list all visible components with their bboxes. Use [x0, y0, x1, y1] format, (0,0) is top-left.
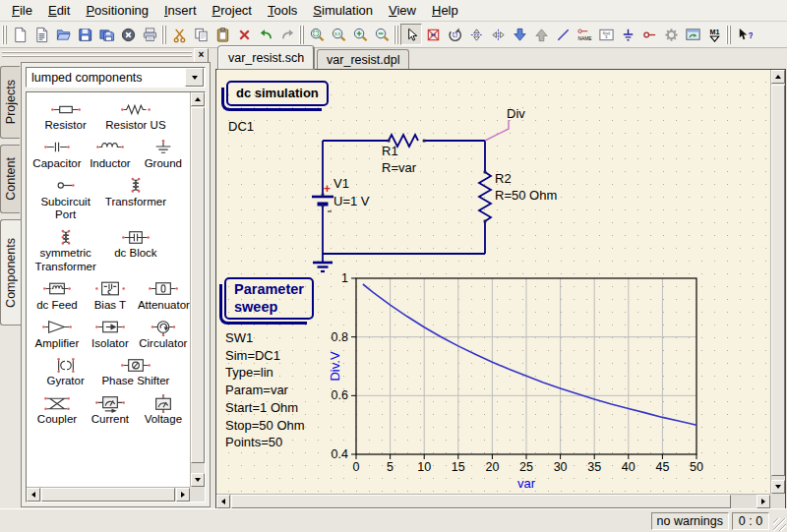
toggle-data-display-button[interactable]	[682, 24, 703, 45]
component-gyrator[interactable]: Gyrator	[30, 352, 100, 390]
mirror-x-button[interactable]	[465, 24, 487, 45]
cut-button[interactable]	[168, 24, 190, 45]
combo-dropdown-button[interactable]	[185, 68, 204, 87]
menu-file[interactable]: File	[4, 1, 40, 20]
sweep-param-line[interactable]: Sim=DC1	[225, 347, 305, 365]
tab-var-resist-dpl[interactable]: var_resist.dpl	[317, 49, 409, 69]
component-circulator[interactable]: Circulator	[137, 315, 190, 353]
toolbar-handle[interactable]	[394, 26, 398, 44]
r2-value-label[interactable]: R=50 Ohm	[495, 188, 557, 203]
insert-equation-button[interactable]: f(ω)Σ	[595, 24, 617, 45]
scroll-down-button[interactable]	[191, 473, 205, 487]
undo-button[interactable]	[255, 24, 276, 45]
scrollbar-thumb[interactable]	[41, 488, 175, 502]
tab-components[interactable]: Components	[0, 219, 21, 325]
component-resistor[interactable]: Resistor	[30, 96, 100, 135]
tab-content[interactable]: Content	[0, 145, 20, 213]
component-dc-feed[interactable]: dc Feed	[30, 276, 84, 315]
insert-port-button[interactable]	[638, 24, 660, 45]
r1-name-label[interactable]: R1	[382, 144, 398, 158]
component-subcircuit-port[interactable]: Subcircuit Port	[30, 173, 100, 225]
scroll-up-button[interactable]	[771, 70, 785, 84]
pop-out-button[interactable]	[530, 24, 552, 45]
dc-simulation-block[interactable]: dc simulation	[226, 81, 329, 106]
component-phase-shifter[interactable]: Phase Shifter	[100, 352, 170, 390]
resize-grip[interactable]	[773, 518, 786, 531]
r1-value-label[interactable]: R=var	[382, 160, 416, 175]
deactivate-button[interactable]	[422, 24, 444, 45]
sweep-param-line[interactable]: Param=var	[225, 382, 305, 399]
zoom-fit-button[interactable]	[306, 24, 328, 45]
component-dc-block[interactable]: dc Block	[100, 224, 170, 276]
parameter-sweep-block[interactable]: Parameter sweep	[224, 277, 314, 320]
scroll-right-button[interactable]	[757, 495, 770, 508]
scrollbar-thumb[interactable]	[231, 495, 731, 508]
rotate-button[interactable]	[444, 24, 465, 45]
scroll-up-button[interactable]	[191, 92, 205, 106]
scrollbar-thumb[interactable]	[771, 85, 785, 476]
sweep-param-line[interactable]: SW1	[225, 329, 305, 347]
r2-name-label[interactable]: R2	[495, 171, 512, 186]
dock-drag-handle[interactable]	[2, 50, 192, 59]
scroll-right-button[interactable]	[176, 488, 190, 502]
component-bias-t[interactable]: Bias T	[84, 276, 137, 315]
mirror-y-button[interactable]	[487, 24, 509, 45]
simulate-button[interactable]	[660, 24, 682, 45]
tab-projects[interactable]: Projects	[0, 66, 20, 139]
component-amplifier[interactable]: Amplifier	[30, 315, 84, 353]
zoom-in-button[interactable]	[349, 24, 371, 45]
sweep-param-line[interactable]: Stop=50 Ohm	[225, 417, 305, 435]
menu-insert[interactable]: Insert	[156, 1, 205, 20]
sweep-param-line[interactable]: Points=50	[225, 434, 305, 451]
open-file-button[interactable]	[52, 24, 74, 45]
component-inductor[interactable]: Inductor	[84, 135, 137, 173]
whats-this-help-button[interactable]: ?	[733, 24, 755, 45]
redo-button[interactable]	[276, 24, 298, 45]
parameter-sweep-chart[interactable]: 051015202530354045500.40.60.81varDiv.V	[329, 272, 707, 494]
component-current-meter[interactable]: Current	[84, 390, 137, 429]
insert-wire-button[interactable]	[552, 24, 574, 45]
insert-label-button[interactable]: NAME	[574, 24, 595, 45]
v1-name-label[interactable]: V1	[333, 176, 349, 191]
dock-close-button[interactable]: ×	[194, 48, 209, 63]
canvas-vertical-scrollbar[interactable]	[770, 70, 785, 494]
component-attenuator[interactable]: Attenuator	[137, 276, 190, 315]
component-symmetric-transformer[interactable]: symmetric Transformer	[30, 224, 100, 276]
menu-view[interactable]: View	[381, 1, 424, 20]
sweep-param-line[interactable]: Start=1 Ohm	[225, 399, 305, 417]
component-resistor-us[interactable]: Resistor US	[100, 96, 170, 135]
toolbar-handle[interactable]	[161, 26, 166, 44]
insert-ground-button[interactable]	[617, 24, 638, 45]
close-file-button[interactable]	[117, 24, 139, 45]
delete-button[interactable]	[233, 24, 255, 45]
node-label-div[interactable]: Div	[507, 106, 525, 121]
menu-tools[interactable]: Tools	[260, 1, 305, 20]
scrollbar-thumb[interactable]	[191, 107, 205, 463]
parameter-sweep-properties[interactable]: SW1Sim=DC1Type=linParam=varStart=1 OhmSt…	[225, 329, 305, 451]
new-text-file-button[interactable]	[30, 24, 52, 45]
palette-vertical-scrollbar[interactable]	[190, 92, 205, 487]
toolbar-handle[interactable]	[726, 26, 731, 44]
toolbar-handle[interactable]	[299, 26, 304, 44]
paste-button[interactable]	[212, 24, 233, 45]
component-coupler[interactable]: Coupler	[30, 390, 84, 429]
menu-edit[interactable]: Edit	[40, 1, 78, 20]
copy-button[interactable]	[190, 24, 212, 45]
scroll-left-button[interactable]	[216, 495, 230, 508]
menu-project[interactable]: Project	[205, 1, 260, 20]
save-all-files-button[interactable]	[95, 24, 117, 45]
component-voltage-meter[interactable]: Voltage	[137, 390, 190, 429]
palette-horizontal-scrollbar[interactable]	[27, 487, 190, 502]
component-capacitor[interactable]: Capacitor	[30, 135, 84, 173]
v1-value-label[interactable]: U=1 V	[333, 194, 370, 208]
go-into-subcircuit-button[interactable]	[509, 24, 530, 45]
menu-help[interactable]: Help	[424, 1, 466, 20]
scroll-down-button[interactable]	[771, 480, 785, 494]
component-ground[interactable]: Ground	[137, 135, 190, 173]
sweep-param-line[interactable]: Type=lin	[225, 364, 305, 382]
canvas-horizontal-scrollbar[interactable]	[216, 494, 770, 508]
toolbar-handle[interactable]	[2, 26, 7, 44]
print-file-button[interactable]	[139, 24, 160, 45]
scroll-left-button[interactable]	[27, 488, 40, 502]
save-file-button[interactable]	[74, 24, 95, 45]
